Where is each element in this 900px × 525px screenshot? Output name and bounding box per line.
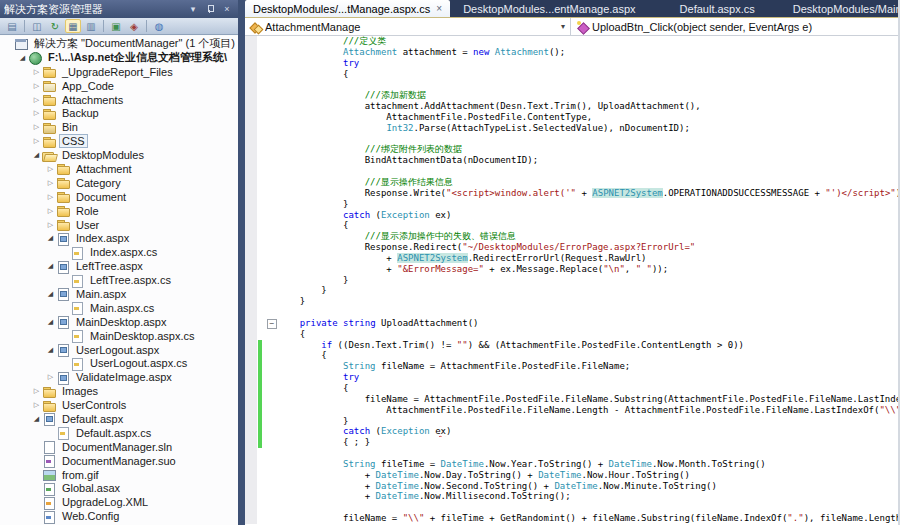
chevron-down-icon[interactable]: ▾ (556, 22, 570, 31)
expand-arrow-icon[interactable]: ▷ (31, 96, 42, 104)
code-text (278, 502, 900, 513)
change-margin (257, 47, 265, 58)
tree-item[interactable]: ▷Images (0, 384, 238, 398)
collapse-arrow-icon[interactable]: ◢ (31, 151, 42, 159)
tree-item[interactable]: ◢Index.aspx (0, 231, 238, 245)
tree-item[interactable]: ▷Backup (0, 106, 238, 120)
expand-arrow-icon[interactable]: ▷ (31, 401, 42, 409)
page-icon (56, 343, 71, 356)
code-text: try (278, 58, 900, 69)
tree-item[interactable]: ◢DesktopModules (0, 148, 238, 162)
expand-arrow-icon[interactable]: ▷ (45, 193, 56, 201)
window-position-chevron-icon[interactable]: ▾ (186, 3, 200, 15)
web-icon[interactable]: ◍ (151, 19, 167, 33)
unhide-folders-icon[interactable]: ▦ (65, 19, 81, 33)
pin-icon[interactable] (203, 3, 217, 15)
tree-item[interactable]: ▷User (0, 218, 238, 232)
tree-item[interactable]: from.gif (0, 468, 238, 482)
tree-item[interactable]: ◢Main.aspx (0, 287, 238, 301)
expand-arrow-icon[interactable]: ▷ (31, 109, 42, 117)
class-dropdown[interactable]: AttachmentManage ▾ (245, 18, 570, 35)
code-line (245, 166, 900, 177)
tree-item[interactable]: ▷Document (0, 190, 238, 204)
code-text: private string UploadAttachment() (278, 318, 900, 329)
change-margin (257, 58, 265, 69)
tree-item[interactable]: Main.aspx.cs (0, 301, 238, 315)
tree-item[interactable]: ▷ValidateImage.aspx (0, 370, 238, 384)
tree-item[interactable]: ▷Category (0, 176, 238, 190)
tree-item[interactable]: 解决方案 "DocumentManager" (1 个项目) (0, 37, 238, 51)
panel-splitter[interactable] (238, 0, 245, 525)
close-icon[interactable]: × (220, 3, 234, 15)
tree-item[interactable]: ◢MainDesktop.aspx (0, 315, 238, 329)
tree-item-label: LeftTree.aspx.cs (88, 274, 173, 286)
code-editor[interactable]: ///定义类 Attachment attachment = new Attac… (245, 36, 900, 525)
tree-item[interactable]: UserLogout.aspx.cs (0, 356, 238, 370)
properties-icon[interactable]: ▤ (4, 19, 20, 33)
tree-item[interactable]: LeftTree.aspx.cs (0, 273, 238, 287)
cs-icon (70, 357, 85, 370)
indicator-margin (245, 155, 257, 166)
fold-collapse-box[interactable] (265, 318, 278, 329)
toolbar-separator (103, 20, 104, 32)
tree-item[interactable]: ▷Attachment (0, 162, 238, 176)
tree-item[interactable]: MainDesktop.aspx.cs (0, 329, 238, 343)
collapse-arrow-icon[interactable]: ◢ (31, 415, 42, 423)
tab-close-icon[interactable]: × (436, 3, 442, 14)
tree-item[interactable]: ▷Bin (0, 120, 238, 134)
collapse-arrow-icon[interactable]: ◢ (45, 234, 56, 242)
expand-arrow-icon[interactable]: ▷ (45, 207, 56, 215)
tree-item[interactable]: ▷CSS (0, 134, 238, 148)
outline-margin (265, 90, 278, 101)
class-diagram-icon[interactable]: ▥ (83, 19, 99, 33)
method-dropdown[interactable]: UploadBtn_Click(object sender, EventArgs… (571, 18, 900, 35)
tree-item[interactable]: DocumentManager.suo (0, 454, 238, 468)
expand-arrow-icon[interactable]: ▷ (45, 373, 56, 381)
navigation-bar: AttachmentManage ▾ UploadBtn_Click(objec… (245, 18, 900, 36)
expand-arrow-icon[interactable]: ▷ (31, 387, 42, 395)
view-code-icon[interactable]: ▣ (108, 19, 124, 33)
tree-item[interactable]: ◢LeftTree.aspx (0, 259, 238, 273)
tree-item[interactable]: Global.asax (0, 482, 238, 496)
tree-item[interactable]: UpgradeLog.XML (0, 495, 238, 509)
tree-item[interactable]: Default.aspx.cs (0, 426, 238, 440)
document-tab[interactable]: Default.aspx.cs (672, 0, 763, 17)
refresh-icon[interactable]: ↻ (47, 19, 63, 33)
view-designer-icon[interactable]: ◈ (126, 19, 142, 33)
tree-item[interactable]: Web.Config (0, 509, 238, 523)
expand-arrow-icon[interactable]: ▷ (45, 179, 56, 187)
document-tab[interactable]: DesktopModules/Main.aspx.cs (785, 0, 900, 17)
collapse-arrow-icon[interactable]: ◢ (45, 290, 56, 298)
tree-item-label: Global.asax (60, 482, 122, 494)
collapse-arrow-icon[interactable]: ◢ (45, 346, 56, 354)
tree-item[interactable]: ▷Attachments (0, 93, 238, 107)
tree-item[interactable]: DocumentManager.sln (0, 440, 238, 454)
outline-margin (265, 177, 278, 188)
tree-item[interactable]: ◢Default.aspx (0, 412, 238, 426)
show-all-files-icon[interactable]: ◫ (29, 19, 45, 33)
tree-item[interactable]: Index.aspx.cs (0, 245, 238, 259)
tree-item[interactable]: ▷Role (0, 204, 238, 218)
collapse-arrow-icon[interactable]: ◢ (45, 262, 56, 270)
expand-arrow-icon[interactable]: ▷ (31, 123, 42, 131)
indicator-margin (245, 177, 257, 188)
expand-arrow-icon[interactable]: ▷ (45, 165, 56, 173)
tree-item[interactable]: ◢F:\...\Asp.net企业信息文档管理系统\ (0, 51, 238, 65)
collapse-arrow-icon[interactable]: ◢ (17, 54, 28, 62)
document-tab[interactable]: DesktopModules...entManage.aspx (455, 0, 643, 17)
document-tab[interactable]: DesktopModules/...tManage.aspx.cs× (245, 0, 450, 17)
change-margin (257, 155, 265, 166)
expand-arrow-icon[interactable]: ▷ (45, 221, 56, 229)
code-text (278, 79, 900, 90)
expand-arrow-icon[interactable]: ▷ (31, 68, 42, 76)
tree-item[interactable]: ▷App_Code (0, 79, 238, 93)
tree-item[interactable]: ◢UserLogout.aspx (0, 343, 238, 357)
solution-tree[interactable]: 解决方案 "DocumentManager" (1 个项目)◢F:\...\As… (0, 36, 238, 525)
collapse-arrow-icon[interactable]: ◢ (45, 318, 56, 326)
expand-arrow-icon[interactable]: ▷ (31, 137, 42, 145)
code-line: try (245, 58, 900, 69)
tree-item[interactable]: ▷UserControls (0, 398, 238, 412)
tree-item[interactable]: ▷_UpgradeReport_Files (0, 65, 238, 79)
outline-margin (265, 275, 278, 286)
expand-arrow-icon[interactable]: ▷ (31, 82, 42, 90)
